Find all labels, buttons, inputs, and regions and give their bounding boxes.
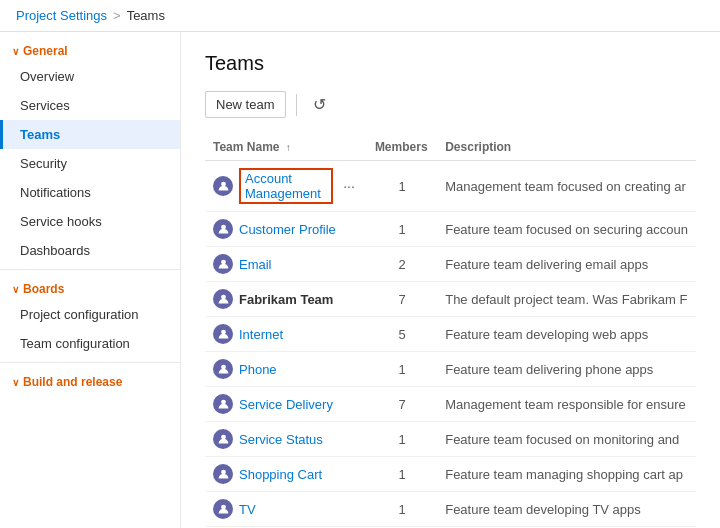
team-members-cell: 7	[367, 282, 437, 317]
sidebar-boards-label: Boards	[23, 282, 64, 296]
team-members-cell: 1	[367, 352, 437, 387]
team-name-cell: Fabrikam Team	[205, 282, 367, 317]
table-header-row: Team Name ↑ Members Description	[205, 134, 696, 161]
page-title: Teams	[205, 52, 696, 75]
team-icon	[213, 429, 233, 449]
table-row: Phone 1 Feature team delivering phone ap…	[205, 352, 696, 387]
team-description-cell: Feature team focused on monitoring and	[437, 422, 696, 457]
team-name-cell: Internet	[205, 317, 367, 352]
team-name-cell: TV	[205, 492, 367, 527]
team-icon	[213, 176, 233, 196]
team-name-link[interactable]: Customer Profile	[239, 222, 336, 237]
team-name-cell: Service Delivery	[205, 387, 367, 422]
table-row: Email 2 Feature team delivering email ap…	[205, 247, 696, 282]
team-name-cell: Phone	[205, 352, 367, 387]
sidebar-section-build[interactable]: ∨ Build and release	[0, 367, 180, 393]
team-description-cell: Feature team developing web apps	[437, 317, 696, 352]
team-members-cell: 5	[367, 317, 437, 352]
team-description-cell: Management team focused on creating ar	[437, 161, 696, 212]
team-members-cell: 1	[367, 457, 437, 492]
refresh-button[interactable]: ↺	[307, 93, 332, 116]
team-icon	[213, 254, 233, 274]
table-row: Internet 5 Feature team developing web a…	[205, 317, 696, 352]
sidebar-item-notifications[interactable]: Notifications	[0, 178, 180, 207]
team-name-link[interactable]: TV	[239, 502, 256, 517]
team-name-link[interactable]: Email	[239, 257, 272, 272]
table-row: Fabrikam Team 7 The default project team…	[205, 282, 696, 317]
toolbar-separator	[296, 94, 297, 116]
team-members-cell: 1	[367, 422, 437, 457]
team-icon	[213, 359, 233, 379]
team-name-cell: Shopping Cart	[205, 457, 367, 492]
team-members-cell: 7	[367, 387, 437, 422]
chevron-down-icon: ∨	[12, 46, 19, 57]
team-description-cell: Feature team focused on securing accoun	[437, 212, 696, 247]
team-icon	[213, 289, 233, 309]
sidebar-build-label: Build and release	[23, 375, 122, 389]
team-members-cell: 1	[367, 212, 437, 247]
sidebar-item-project-config[interactable]: Project configuration	[0, 300, 180, 329]
sidebar-divider	[0, 269, 180, 270]
sidebar-item-overview[interactable]: Overview	[0, 62, 180, 91]
table-row: Account Management ··· 1 Management team…	[205, 161, 696, 212]
sidebar-item-team-config[interactable]: Team configuration	[0, 329, 180, 358]
col-name-header[interactable]: Team Name ↑	[205, 134, 367, 161]
toolbar: New team ↺	[205, 91, 696, 118]
table-row: Service Status 1 Feature team focused on…	[205, 422, 696, 457]
table-row: TV 1 Feature team developing TV apps	[205, 492, 696, 527]
sidebar-item-security[interactable]: Security	[0, 149, 180, 178]
chevron-down-icon-build: ∨	[12, 377, 19, 388]
more-options-button[interactable]: ···	[339, 178, 359, 194]
team-description-cell: Management team responsible for ensure	[437, 387, 696, 422]
table-row: Service Delivery 7 Management team respo…	[205, 387, 696, 422]
main-content: Teams New team ↺ Team Name ↑ Members Des…	[181, 32, 720, 528]
breadcrumb-parent[interactable]: Project Settings	[16, 8, 107, 23]
chevron-down-icon-boards: ∨	[12, 284, 19, 295]
sidebar-item-services[interactable]: Services	[0, 91, 180, 120]
sidebar-section-boards[interactable]: ∨ Boards	[0, 274, 180, 300]
sidebar-section-general[interactable]: ∨ General	[0, 36, 180, 62]
sort-arrow-icon: ↑	[286, 142, 291, 153]
team-name-cell: Service Status	[205, 422, 367, 457]
team-description-cell: Feature team delivering email apps	[437, 247, 696, 282]
breadcrumb-separator: >	[113, 8, 121, 23]
team-members-cell: 2	[367, 247, 437, 282]
team-name-label: Fabrikam Team	[239, 292, 333, 307]
team-icon	[213, 394, 233, 414]
table-row: Shopping Cart 1 Feature team managing sh…	[205, 457, 696, 492]
sidebar-item-teams[interactable]: Teams	[0, 120, 180, 149]
team-name-link[interactable]: Phone	[239, 362, 277, 377]
table-row: Customer Profile 1 Feature team focused …	[205, 212, 696, 247]
team-icon	[213, 499, 233, 519]
team-members-cell: 1	[367, 492, 437, 527]
new-team-button[interactable]: New team	[205, 91, 286, 118]
team-description-cell: Feature team delivering phone apps	[437, 352, 696, 387]
team-members-cell: 1	[367, 161, 437, 212]
breadcrumb-current: Teams	[127, 8, 165, 23]
breadcrumb: Project Settings > Teams	[0, 0, 720, 32]
team-icon	[213, 219, 233, 239]
sidebar-general-label: General	[23, 44, 68, 58]
col-members-header[interactable]: Members	[367, 134, 437, 161]
team-description-cell: The default project team. Was Fabrikam F	[437, 282, 696, 317]
team-icon	[213, 324, 233, 344]
team-name-link[interactable]: Shopping Cart	[239, 467, 322, 482]
sidebar: ∨ General Overview Services Teams Securi…	[0, 32, 181, 528]
team-name-link[interactable]: Service Delivery	[239, 397, 333, 412]
team-name-cell: Customer Profile	[205, 212, 367, 247]
team-name-link[interactable]: Service Status	[239, 432, 323, 447]
sidebar-item-service-hooks[interactable]: Service hooks	[0, 207, 180, 236]
team-description-cell: Feature team developing TV apps	[437, 492, 696, 527]
sidebar-divider-2	[0, 362, 180, 363]
teams-table: Team Name ↑ Members Description Account …	[205, 134, 696, 528]
team-icon	[213, 464, 233, 484]
sidebar-item-dashboards[interactable]: Dashboards	[0, 236, 180, 265]
team-name-cell: Account Management ···	[205, 161, 367, 212]
team-name-cell: Email	[205, 247, 367, 282]
team-name-link[interactable]: Account Management	[245, 171, 321, 201]
col-description-header: Description	[437, 134, 696, 161]
team-description-cell: Feature team managing shopping cart ap	[437, 457, 696, 492]
team-name-link[interactable]: Internet	[239, 327, 283, 342]
